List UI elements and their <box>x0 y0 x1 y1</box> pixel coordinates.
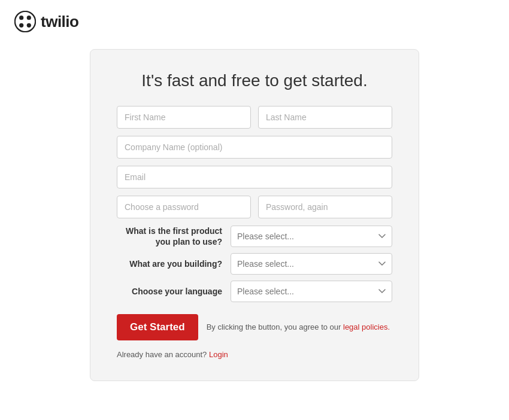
twilio-logo-icon <box>14 11 36 32</box>
already-account-text: Already have an account? <box>117 350 207 359</box>
svg-point-1 <box>19 16 23 20</box>
email-input[interactable] <box>117 166 392 188</box>
building-label: What are you building? <box>117 258 231 269</box>
product-row: What is the first product you plan to us… <box>117 226 392 247</box>
legal-text: By clicking the button, you agree to our… <box>207 322 390 333</box>
legal-text-prefix: By clicking the button, you agree to our <box>207 322 343 331</box>
product-select[interactable]: Please select... <box>231 226 392 247</box>
svg-point-3 <box>19 23 23 28</box>
first-name-input[interactable] <box>117 106 251 129</box>
svg-point-0 <box>15 11 35 32</box>
building-row: What are you building? Please select... <box>117 253 392 275</box>
header: twilio <box>0 0 509 43</box>
logo: twilio <box>14 11 78 32</box>
password-input[interactable] <box>117 196 251 218</box>
company-group <box>117 136 392 159</box>
language-select[interactable]: Please select... <box>231 281 392 302</box>
password-row <box>117 196 392 218</box>
svg-point-2 <box>27 16 31 20</box>
svg-point-4 <box>27 23 31 28</box>
language-row: Choose your language Please select... <box>117 281 392 302</box>
company-input[interactable] <box>117 136 392 159</box>
name-row <box>117 106 392 129</box>
login-link[interactable]: Login <box>209 350 228 359</box>
legal-policies-link[interactable]: legal policies. <box>343 322 390 331</box>
form-title: It's fast and free to get started. <box>117 71 392 90</box>
login-row: Already have an account? Login <box>117 350 392 359</box>
last-name-input[interactable] <box>258 106 392 129</box>
building-select[interactable]: Please select... <box>231 253 392 275</box>
submit-row: Get Started By clicking the button, you … <box>117 314 392 340</box>
main-content: It's fast and free to get started. What … <box>0 43 509 387</box>
language-label: Choose your language <box>117 286 231 297</box>
product-label: What is the first product you plan to us… <box>117 226 231 247</box>
password-again-input[interactable] <box>258 196 392 218</box>
logo-text: twilio <box>41 13 78 31</box>
email-group <box>117 166 392 188</box>
get-started-button[interactable]: Get Started <box>117 314 198 340</box>
signup-form-card: It's fast and free to get started. What … <box>90 49 419 381</box>
